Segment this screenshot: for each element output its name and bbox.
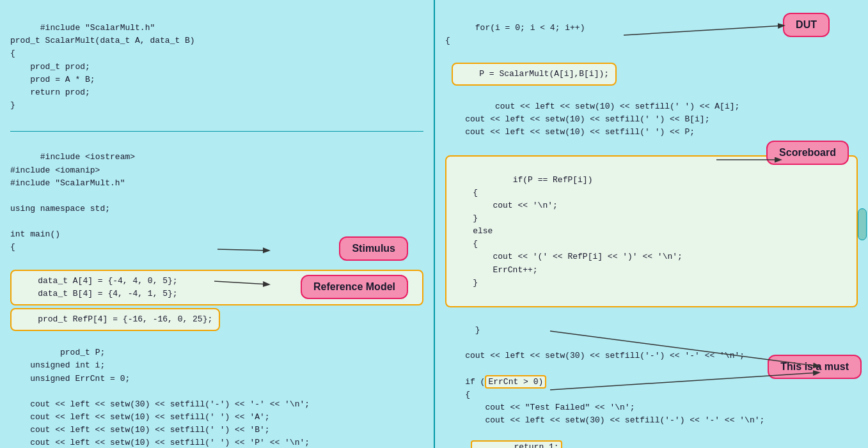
code-line: #include "ScalarMult.h": [40, 23, 155, 33]
code-line: cout << left << setw(10) << setfill(' ')…: [10, 412, 270, 422]
section-divider: [10, 131, 423, 132]
code-line: int main(): [10, 229, 60, 239]
scoreboard-highlight-block: if(P == RefP[i]) { cout << '\n'; } else …: [445, 155, 858, 307]
return1-highlight: return 1;: [471, 440, 562, 448]
code-section-1: #include "ScalarMult.h" prod_t ScalarMul…: [10, 9, 423, 125]
errcnt-highlight: ErrCnt > 0): [485, 375, 546, 389]
highlight-refp-init: prod_t RefP[4] = {-16, -16, 0, 25};: [10, 308, 220, 331]
code-line: cout << left << setw(30) << setfill('-')…: [10, 399, 310, 409]
right-panel: for(i = 0; i < 4; i++) { P = ScalarMult(…: [435, 0, 868, 448]
code-section-3: prod_t P; unsigned int i; unsigned ErrCn…: [10, 334, 423, 448]
code-line: prod_t P;: [40, 348, 105, 357]
code-line: prod_t ScalarMult(data_t A, data_t B): [10, 36, 195, 45]
code-line: }: [10, 100, 15, 110]
code-line: return prod;: [10, 88, 90, 97]
code-line: #include <iostream>: [40, 152, 135, 162]
code-line: unsigned ErrCnt = 0;: [10, 374, 130, 383]
code-line: cout << left << setw(10) << setfill(' ')…: [10, 438, 310, 447]
dut-label: DUT: [783, 13, 830, 37]
code-line: prod = A * B;: [10, 75, 95, 84]
code-line: prod_t prod;: [10, 62, 90, 72]
left-panel: #include "ScalarMult.h" prod_t ScalarMul…: [0, 0, 435, 448]
code-line: cout << left << setw(10) << setfill(' ')…: [10, 425, 270, 435]
this-is-a-must-label: This is a must: [768, 355, 862, 379]
return1-highlight-area: return 1;: [471, 441, 858, 448]
scrollbar[interactable]: [858, 208, 867, 240]
code-line: {: [10, 242, 15, 252]
code-line: #include "ScalarMult.h": [10, 178, 125, 188]
dut-highlight-block: P = ScalarMult(A[i],B[i]);: [452, 63, 617, 86]
code-line: unsigned int i;: [10, 360, 105, 370]
code-line: {: [10, 49, 15, 58]
main-container: #include "ScalarMult.h" prod_t ScalarMul…: [0, 0, 868, 448]
code-line: using namespace std;: [10, 204, 110, 213]
reference-model-label: Reference Model: [301, 275, 408, 299]
stimulus-label: Stimulus: [339, 236, 408, 261]
scoreboard-label: Scoreboard: [766, 141, 849, 165]
code-line: #include <iomanip>: [10, 166, 100, 175]
